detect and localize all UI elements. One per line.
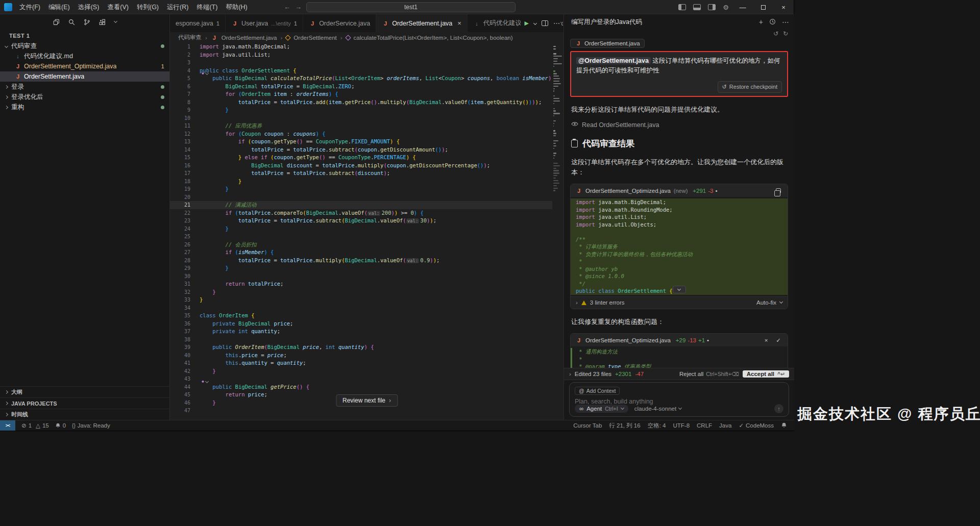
add-context-chip[interactable]: @ Add Context xyxy=(575,387,620,395)
reject-all-label: Reject all xyxy=(679,371,703,377)
warning-icon xyxy=(581,300,586,305)
status-bell[interactable] xyxy=(781,422,787,429)
ai-edit-marker-icon[interactable]: ◆ xyxy=(202,379,208,384)
breadcrumb-item[interactable]: OrderSettlement xyxy=(293,35,336,41)
diff-stats: +291-3• xyxy=(691,188,717,194)
breadcrumb-item[interactable]: OrderSettlement.java xyxy=(222,35,277,41)
breadcrumb[interactable]: 代码审查›JOrderSettlement.java›OrderSettleme… xyxy=(170,32,564,43)
accept-all-button[interactable]: Accept all ^↵ xyxy=(743,370,789,378)
chevron-down-icon[interactable] xyxy=(533,21,537,25)
tab-esponse.java[interactable]: esponse.java1 xyxy=(170,14,226,32)
notifications-count[interactable]: 0 xyxy=(55,422,66,429)
status-空格: 4[interactable]: 空格: 4 xyxy=(648,422,666,430)
copy-icon[interactable] xyxy=(776,188,781,193)
tab-OrderSettlement.java[interactable]: JOrderSettlement.java× xyxy=(376,14,468,32)
history-icon[interactable] xyxy=(769,18,776,26)
split-editor-icon[interactable] xyxy=(542,20,548,26)
extensions-icon[interactable] xyxy=(99,19,106,26)
code-card-header[interactable]: J OrderSettlement_Optimized.java (new) +… xyxy=(571,184,788,197)
toggle-panel-icon[interactable] xyxy=(693,4,701,10)
chat-input-box[interactable]: @ Add Context ∞ Agent Ctrl+I claude-4-so… xyxy=(569,382,789,417)
problems-indicator[interactable]: ⊘1 △15 xyxy=(21,422,49,429)
chevron-right-icon[interactable]: › xyxy=(576,299,578,306)
menu-item[interactable]: 编辑(E) xyxy=(44,0,74,14)
toggle-secondary-sidebar-icon[interactable] xyxy=(708,4,716,10)
new-chat-icon[interactable]: + xyxy=(759,18,763,26)
close-button[interactable]: × xyxy=(773,0,794,14)
run-button[interactable]: ▶ xyxy=(525,20,529,27)
menu-item[interactable]: 帮助(H) xyxy=(222,0,251,14)
status-Java[interactable]: Java xyxy=(719,422,731,429)
more-actions-icon[interactable]: ⋯ xyxy=(782,18,789,26)
sidebar-section-大纲[interactable]: 大纲 xyxy=(0,386,169,397)
accept-file-icon[interactable]: ✓ xyxy=(776,337,781,344)
read-file-row[interactable]: Read OrderSettlement.java xyxy=(571,121,787,129)
more-actions-icon[interactable]: ⋯ xyxy=(553,19,560,27)
restore-checkpoint-button[interactable]: ↺ Restore checkpoint xyxy=(718,81,782,93)
code-card-header[interactable]: J OrderSettlement_Optimized.java +29-13+… xyxy=(571,334,788,346)
gear-icon[interactable]: ⚙ xyxy=(723,4,729,11)
java-status[interactable]: {} Java: Ready xyxy=(72,422,110,429)
vscode-window: 文件(F)编辑(E)选择(S)查看(V)转到(G)运行(R)终端(T)帮助(H)… xyxy=(0,0,794,431)
file-mention[interactable]: @OrderSettlement.java xyxy=(576,57,651,64)
context-file-chip[interactable]: J OrderSettlement.java xyxy=(570,39,645,48)
breadcrumb-item[interactable]: calculateTotalPrice(List<OrderItem>, Lis… xyxy=(354,35,513,41)
status-UTF-8[interactable]: UTF-8 xyxy=(673,422,690,429)
tree-file[interactable]: JOrderSettlement_Optimized.java1 xyxy=(0,61,169,71)
status-行 21, 列 16[interactable]: 行 21, 列 16 xyxy=(609,422,640,430)
reject-all-button[interactable]: Reject all Ctrl+Shift+⌫ xyxy=(679,371,739,377)
minimap[interactable] xyxy=(552,43,564,420)
copy-icon[interactable] xyxy=(53,19,60,26)
autofix-button[interactable]: Auto-fix xyxy=(756,299,776,306)
reject-file-icon[interactable]: × xyxy=(765,337,768,343)
sidebar-section-JAVA PROJECTS[interactable]: JAVA PROJECTS xyxy=(0,397,169,409)
search-icon[interactable] xyxy=(68,19,75,26)
command-center-search[interactable]: test1 xyxy=(306,2,516,12)
menu-item[interactable]: 转到(G) xyxy=(133,0,163,14)
nav-back-icon[interactable]: ← xyxy=(284,0,290,14)
code-editor[interactable]: 1import java.math.BigDecimal;2import jav… xyxy=(170,43,564,420)
status-label: CRLF xyxy=(697,422,712,429)
status-CodeMoss[interactable]: ✓CodeMoss xyxy=(739,422,774,429)
workspace-title[interactable]: TEST 1 xyxy=(0,30,169,41)
line-number: 33 xyxy=(170,296,190,304)
chat-scroll-area[interactable]: J OrderSettlement.java @OrderSettlement.… xyxy=(564,32,794,368)
agent-mode-selector[interactable]: ∞ Agent Ctrl+I xyxy=(575,405,628,413)
expand-code-button[interactable] xyxy=(673,286,686,293)
breadcrumb-item[interactable]: 代码审查 xyxy=(178,34,202,41)
menu-item[interactable]: 选择(S) xyxy=(74,0,104,14)
menu-item[interactable]: 运行(R) xyxy=(163,0,192,14)
review-next-file-button[interactable]: Review next file › xyxy=(336,394,398,407)
tree-folder[interactable]: 登录 xyxy=(0,82,169,92)
chevron-down-icon[interactable] xyxy=(114,19,117,23)
toggle-sidebar-icon[interactable] xyxy=(678,4,686,10)
ai-edit-marker-icon[interactable]: ◆ xyxy=(202,71,208,76)
sidebar-section-时间线[interactable]: 时间线 xyxy=(0,409,169,420)
tree-folder[interactable]: 登录优化后 xyxy=(0,92,169,102)
chevron-right-icon[interactable]: › xyxy=(569,371,571,377)
tree-folder[interactable]: 代码审查 xyxy=(0,41,169,51)
line-number: 1 xyxy=(170,43,190,51)
nav-forward-icon[interactable]: → xyxy=(295,0,302,14)
chevron-down-icon[interactable] xyxy=(779,300,783,304)
tree-file[interactable]: ↓代码优化建议.md xyxy=(0,51,169,61)
source-control-icon[interactable] xyxy=(84,19,90,26)
maximize-button[interactable] xyxy=(753,0,773,14)
close-icon[interactable]: × xyxy=(457,19,461,27)
tree-file[interactable]: JOrderSettlement.java xyxy=(0,71,169,82)
tab-OrderService.java[interactable]: JOrderService.java xyxy=(303,14,376,32)
model-selector[interactable]: claude-4-sonnet xyxy=(634,406,681,412)
tree-folder[interactable]: 重构 xyxy=(0,102,169,112)
search-value: test1 xyxy=(404,4,418,11)
menu-item[interactable]: 查看(V) xyxy=(103,0,133,14)
menu-item[interactable]: 终端(T) xyxy=(192,0,222,14)
code-text xyxy=(190,59,200,67)
status-CRLF[interactable]: CRLF xyxy=(697,422,712,429)
remote-indicator[interactable]: >< xyxy=(0,420,15,431)
status-Cursor Tab[interactable]: Cursor Tab xyxy=(573,422,602,429)
send-button[interactable]: ↑ xyxy=(774,404,783,413)
code-line: 41 this.quantity = quantity; xyxy=(170,359,564,367)
minimize-button[interactable]: — xyxy=(732,0,753,14)
tab-User.java[interactable]: JUser.java...\entity1 xyxy=(226,14,303,32)
menu-item[interactable]: 文件(F) xyxy=(15,0,44,14)
